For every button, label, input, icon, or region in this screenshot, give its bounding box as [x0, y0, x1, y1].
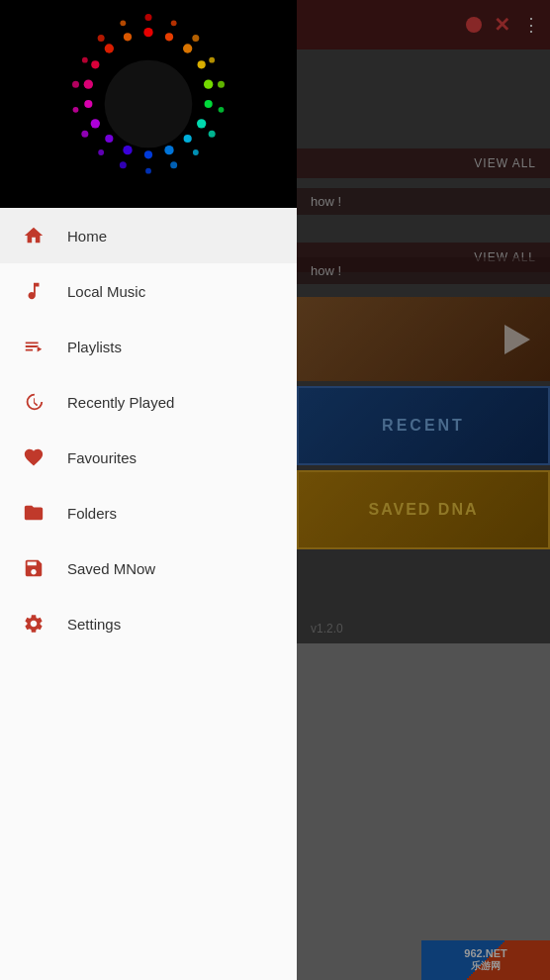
svg-point-6: [205, 100, 213, 108]
sidebar-item-folders[interactable]: Folders: [0, 485, 297, 540]
save-icon: [20, 554, 47, 582]
svg-point-0: [105, 60, 193, 148]
svg-point-24: [219, 107, 225, 113]
svg-point-2: [165, 33, 173, 41]
svg-point-19: [145, 14, 152, 21]
sidebar-item-favourites[interactable]: Favourites: [0, 430, 297, 485]
gear-icon: [20, 610, 47, 637]
sidebar-item-label-favourites: Favourites: [67, 449, 137, 466]
sidebar-item-label-saved-mnow: Saved MNow: [67, 560, 155, 577]
svg-point-11: [123, 146, 132, 154]
heart-icon: [20, 443, 47, 471]
navigation-drawer: Home Local Music Playlists: [0, 0, 297, 980]
folder-icon: [20, 499, 47, 527]
sidebar-item-settings[interactable]: Settings: [0, 596, 297, 651]
svg-point-27: [170, 161, 177, 168]
svg-point-30: [98, 149, 104, 155]
svg-point-17: [105, 44, 114, 52]
svg-point-34: [82, 57, 88, 63]
svg-point-20: [171, 20, 177, 26]
svg-point-5: [204, 80, 213, 89]
svg-point-25: [209, 131, 216, 138]
nav-menu: Home Local Music Playlists: [0, 208, 297, 980]
sidebar-item-label-folders: Folders: [67, 505, 117, 522]
sidebar-item-label-local-music: Local Music: [67, 283, 145, 300]
svg-point-36: [120, 20, 126, 26]
sidebar-item-label-recently-played: Recently Played: [67, 394, 174, 411]
sidebar-item-saved-mnow[interactable]: Saved MNow: [0, 540, 297, 596]
sidebar-item-label-settings: Settings: [67, 616, 121, 633]
svg-point-29: [120, 161, 127, 168]
drawer-header: [0, 0, 297, 208]
clock-icon: [20, 388, 47, 416]
svg-point-4: [198, 60, 206, 68]
svg-point-31: [81, 131, 88, 138]
svg-point-33: [72, 81, 79, 88]
sidebar-item-home[interactable]: Home: [0, 208, 297, 263]
home-icon: [20, 222, 47, 249]
svg-point-26: [193, 149, 199, 155]
svg-point-10: [144, 150, 152, 158]
sidebar-item-label-playlists: Playlists: [67, 339, 122, 355]
svg-point-3: [183, 44, 192, 52]
sidebar-item-playlists[interactable]: Playlists: [0, 319, 297, 374]
svg-point-8: [184, 135, 192, 143]
svg-point-22: [209, 57, 215, 63]
svg-point-14: [84, 100, 92, 108]
svg-point-18: [124, 33, 132, 41]
svg-point-21: [192, 35, 199, 42]
svg-point-1: [143, 28, 152, 37]
sidebar-item-local-music[interactable]: Local Music: [0, 263, 297, 319]
sidebar-item-recently-played[interactable]: Recently Played: [0, 374, 297, 430]
svg-point-35: [98, 35, 105, 42]
svg-point-16: [91, 60, 99, 68]
svg-point-12: [105, 135, 113, 143]
svg-point-9: [164, 146, 173, 154]
svg-point-23: [218, 81, 225, 88]
music-note-icon: [20, 277, 47, 305]
sidebar-item-label-home: Home: [67, 228, 107, 245]
music-visualization: [0, 0, 297, 208]
svg-point-13: [91, 119, 100, 128]
svg-point-7: [197, 119, 206, 128]
svg-point-15: [84, 80, 93, 89]
svg-point-28: [145, 168, 151, 174]
svg-point-32: [73, 107, 79, 113]
drawer-overlay[interactable]: [297, 0, 550, 980]
playlist-icon: [20, 333, 47, 360]
